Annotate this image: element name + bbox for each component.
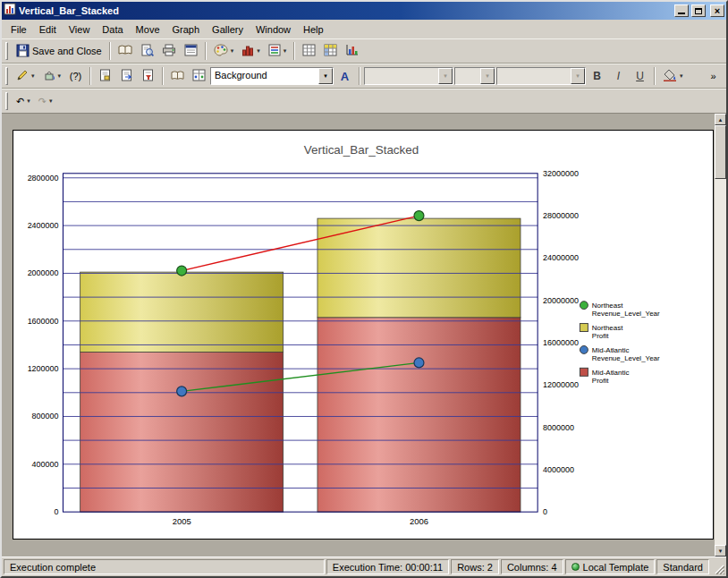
chevron-down-icon[interactable]: ▾ — [480, 68, 495, 84]
menu-help[interactable]: Help — [297, 21, 330, 38]
pencil-icon — [16, 69, 29, 83]
chevron-down-icon: ▾ — [257, 47, 260, 55]
svg-text:400000: 400000 — [32, 460, 59, 469]
chevron-down-icon[interactable]: ▾ — [571, 68, 585, 84]
pivot-grid-button[interactable] — [320, 41, 341, 61]
menu-view[interactable]: View — [63, 21, 97, 38]
scroll-down-button[interactable]: ▼ — [715, 545, 726, 557]
underline-button[interactable]: U — [630, 66, 650, 86]
fill-color-dropdown-button[interactable]: ▾ — [659, 66, 687, 86]
color-scheme-dropdown-button[interactable]: ▾ — [210, 41, 238, 61]
chevron-down-icon: ▾ — [27, 98, 30, 105]
separator — [109, 42, 111, 60]
svg-text:0: 0 — [543, 507, 547, 516]
workspace: Vertical_Bar_Stacked04000008000001200000… — [2, 114, 726, 557]
resize-grip[interactable] — [711, 559, 724, 574]
stacked-bar-chart[interactable]: Vertical_Bar_Stacked04000008000001200000… — [13, 131, 713, 539]
toolbar-grip[interactable] — [5, 92, 8, 110]
font-color-button[interactable]: A — [334, 66, 355, 86]
chart-canvas[interactable]: Vertical_Bar_Stacked04000008000001200000… — [13, 130, 714, 540]
menu-bar: File Edit View Data Move Graph Gallery W… — [2, 20, 726, 38]
format-toolbar: ▾ ▾ (?) Background ▾ A ▾ ▾ ▾ B I U ▾ — [2, 64, 726, 89]
scroll-track[interactable] — [715, 179, 726, 545]
main-toolbar: Save and Close ▾ ▾ ▾ — [2, 38, 726, 64]
edit-page-button[interactable] — [95, 66, 115, 86]
title-bar[interactable]: Vertical_Bar_Stacked × — [2, 2, 726, 20]
print-preview-button[interactable] — [137, 41, 157, 61]
open-book-button[interactable] — [114, 41, 136, 61]
copy-page-button[interactable] — [116, 66, 137, 86]
chevron-down-icon: ▾ — [31, 72, 35, 80]
legend-lines-icon — [268, 44, 281, 58]
overlay-options-dropdown-button[interactable]: ▾ — [265, 41, 291, 61]
separator — [654, 67, 656, 85]
number-grid-icon — [192, 69, 206, 83]
close-button[interactable]: × — [710, 4, 724, 17]
svg-text:2000000: 2000000 — [28, 268, 59, 277]
chevron-down-icon[interactable]: ▾ — [438, 68, 453, 84]
scroll-thumb[interactable] — [715, 125, 726, 179]
paint-tool-dropdown-button[interactable]: ▾ — [39, 66, 65, 86]
menu-data[interactable]: Data — [96, 21, 129, 38]
save-and-close-button[interactable]: Save and Close — [13, 41, 106, 61]
menu-graph[interactable]: Graph — [166, 21, 207, 38]
chevron-down-icon: ▾ — [231, 47, 234, 55]
svg-text:Northeast: Northeast — [592, 324, 623, 332]
menu-edit[interactable]: Edit — [33, 21, 63, 38]
reference-book-button[interactable] — [167, 66, 188, 86]
paint-bucket-icon — [663, 69, 677, 83]
svg-text:Revenue_Level_Year: Revenue_Level_Year — [592, 310, 660, 318]
save-icon — [16, 44, 30, 59]
svg-text:32000000: 32000000 — [543, 169, 579, 178]
toolbar-grip[interactable] — [5, 67, 8, 85]
redo-button[interactable]: ↷▾ — [35, 91, 56, 111]
menu-window[interactable]: Window — [250, 21, 297, 38]
colored-grid-icon — [324, 44, 337, 58]
help-pointer-button[interactable]: (?) — [65, 66, 86, 86]
status-template: Local Template — [565, 559, 656, 574]
menu-gallery[interactable]: Gallery — [206, 21, 250, 38]
number-format-button[interactable] — [189, 66, 209, 86]
print-button[interactable] — [158, 41, 180, 61]
svg-text:Northeast: Northeast — [592, 302, 623, 310]
vertical-scrollbar[interactable]: ▲ ▼ — [715, 114, 726, 557]
palette-icon — [214, 44, 228, 58]
template-status-label: Local Template — [583, 562, 649, 573]
svg-text:4000000: 4000000 — [543, 465, 574, 474]
svg-text:24000000: 24000000 — [543, 253, 579, 262]
book-icon — [118, 44, 132, 58]
undo-button[interactable]: ↶▾ — [13, 91, 34, 111]
properties-button[interactable] — [181, 41, 201, 61]
paint-can-icon — [43, 69, 55, 83]
svg-text:12000000: 12000000 — [543, 380, 579, 389]
bold-button[interactable]: B — [587, 66, 607, 86]
scroll-up-button[interactable]: ▲ — [715, 114, 726, 125]
chart-view-button[interactable] — [342, 41, 362, 61]
chevron-down-icon[interactable]: ▾ — [318, 68, 333, 84]
toolbar-overflow-button[interactable]: » — [703, 66, 724, 86]
chart-type-dropdown-button[interactable]: ▾ — [238, 41, 264, 61]
menu-file[interactable]: File — [4, 21, 33, 38]
app-window: Vertical_Bar_Stacked × File Edit View Da… — [0, 0, 728, 578]
minimize-button[interactable] — [674, 4, 689, 17]
data-grid-button[interactable] — [299, 41, 319, 61]
svg-text:2005: 2005 — [173, 516, 191, 526]
font-size-combo[interactable]: ▾ — [454, 67, 495, 85]
italic-button[interactable]: I — [608, 66, 629, 86]
toolbar-grip[interactable] — [5, 42, 8, 60]
svg-text:20000000: 20000000 — [543, 296, 579, 305]
page-copy-icon — [121, 69, 132, 83]
chart-axes-icon — [345, 44, 359, 58]
maximize-button[interactable] — [691, 4, 706, 17]
font-style-combo[interactable]: ▾ — [496, 67, 586, 85]
undo-toolbar: ↶▾ ↷▾ — [2, 89, 726, 114]
separator — [359, 67, 360, 85]
style-selector-combo[interactable]: Background ▾ — [210, 67, 334, 85]
filter-page-button[interactable] — [138, 66, 158, 86]
font-name-combo[interactable]: ▾ — [364, 67, 453, 85]
draw-tool-dropdown-button[interactable]: ▾ — [13, 66, 38, 86]
font-style-value — [497, 68, 571, 84]
svg-text:28000000: 28000000 — [543, 211, 579, 220]
chevron-down-icon: ▾ — [284, 47, 287, 55]
menu-move[interactable]: Move — [130, 21, 166, 38]
